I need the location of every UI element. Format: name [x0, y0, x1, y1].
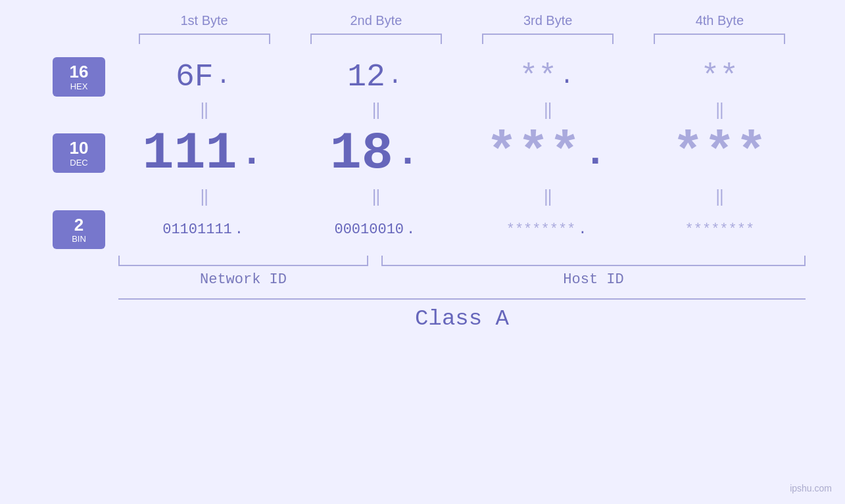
hex-dot3: . — [560, 63, 574, 90]
eq1-b2: ‖ — [310, 101, 442, 120]
bin-b3-cell: ******** . — [482, 221, 614, 238]
bin-b2-cell: 00010010 . — [310, 221, 442, 238]
hex-b4-cell: ** — [654, 59, 785, 95]
bin-row: 2 BIN 01101111 . 00010010 . ******** . *… — [39, 210, 806, 250]
bin-b1-cell: 01101111 . — [139, 221, 270, 238]
dec-values: 111 . 18 . *** . *** — [118, 124, 806, 183]
eq2-b1: ‖ — [139, 187, 270, 206]
hex-b3-cell: ** . — [482, 59, 614, 95]
class-outer-bracket — [118, 298, 806, 300]
bin-label-base: BIN — [60, 234, 97, 244]
bin-dot3: . — [578, 221, 587, 238]
dec-label-box: 10 DEC — [53, 133, 105, 173]
hex-b2: 12 — [347, 59, 385, 95]
watermark: ipshu.com — [790, 483, 832, 493]
byte-headers-row: 1st Byte 2nd Byte 3rd Byte 4th Byte — [39, 13, 806, 28]
dec-b1-cell: 111 . — [139, 124, 270, 183]
bin-dot1: . — [235, 221, 243, 238]
eq2-b3: ‖ — [482, 187, 614, 206]
dec-b2: 18 — [330, 124, 393, 183]
network-bracket — [118, 256, 368, 266]
bin-b4: ******** — [685, 221, 755, 238]
hex-values: 6F . 12 . ** . ** — [118, 59, 806, 95]
bin-label-num: 2 — [60, 216, 97, 235]
dec-label-base: DEC — [60, 158, 97, 168]
main-container: 1st Byte 2nd Byte 3rd Byte 4th Byte 16 H… — [0, 0, 845, 504]
hex-b4: ** — [701, 59, 739, 95]
byte1-header: 1st Byte — [139, 13, 270, 28]
hex-label-num: 16 — [60, 62, 97, 81]
dec-b3-cell: *** . — [482, 124, 614, 183]
hex-dot2: . — [388, 63, 402, 90]
byte2-header: 2nd Byte — [310, 13, 442, 28]
hex-dot1: . — [216, 63, 231, 90]
eq-sym-3: ‖ — [543, 101, 552, 120]
hex-b1-cell: 6F . — [139, 59, 270, 95]
eq1-b4: ‖ — [654, 101, 785, 120]
network-id-label: Network ID — [118, 271, 368, 288]
bin-values: 01101111 . 00010010 . ******** . *******… — [118, 221, 806, 238]
bin-b2: 00010010 — [334, 221, 404, 238]
id-labels: Network ID Host ID — [118, 271, 806, 288]
dec-b2-cell: 18 . — [310, 124, 442, 183]
bin-label: 2 BIN — [39, 210, 118, 250]
host-bracket — [381, 256, 806, 266]
dec-label: 10 DEC — [39, 133, 118, 173]
eq-sym-7: ‖ — [543, 187, 552, 206]
class-label: Class A — [118, 306, 806, 331]
hex-b1: 6F — [176, 59, 214, 95]
eq1-b3: ‖ — [482, 101, 614, 120]
dec-dot1: . — [240, 131, 264, 175]
dec-b3: *** — [486, 124, 581, 183]
bin-label-box: 2 BIN — [53, 210, 105, 250]
bracket-byte2 — [310, 34, 442, 44]
equals-row-2: ‖ ‖ ‖ ‖ — [39, 187, 806, 206]
bin-b4-cell: ******** — [654, 221, 785, 238]
eq-sym-1: ‖ — [199, 101, 208, 120]
eq-sym-5: ‖ — [199, 187, 208, 206]
top-brackets — [39, 34, 806, 44]
bracket-byte3 — [482, 34, 614, 44]
hex-label-box: 16 HEX — [53, 57, 105, 97]
host-id-label: Host ID — [381, 271, 806, 288]
eq2-b2: ‖ — [310, 187, 442, 206]
dec-dot3: . — [583, 131, 607, 175]
equals-row-1: ‖ ‖ ‖ ‖ — [39, 101, 806, 120]
dec-dot2: . — [396, 131, 420, 175]
hex-label: 16 HEX — [39, 57, 118, 97]
dec-b4-cell: *** — [654, 124, 785, 183]
hex-label-base: HEX — [60, 81, 97, 91]
eq2-b4: ‖ — [654, 187, 785, 206]
class-row: Class A — [39, 298, 806, 331]
eq-sym-4: ‖ — [715, 101, 724, 120]
eq-sym-2: ‖ — [372, 101, 381, 120]
bin-b1: 01101111 — [162, 221, 232, 238]
dec-row: 10 DEC 111 . 18 . *** . *** — [39, 124, 806, 183]
byte4-header: 4th Byte — [654, 13, 785, 28]
hex-row: 16 HEX 6F . 12 . ** . ** — [39, 57, 806, 97]
eq1-b1: ‖ — [139, 101, 270, 120]
eq-sym-8: ‖ — [715, 187, 724, 206]
bin-b3: ******** — [506, 221, 576, 238]
bottom-section: Network ID Host ID — [39, 256, 806, 288]
bracket-byte4 — [654, 34, 785, 44]
hex-b3: ** — [519, 59, 558, 95]
hex-b2-cell: 12 . — [310, 59, 442, 95]
bracket-byte1 — [139, 34, 270, 44]
dec-b4: *** — [672, 124, 767, 183]
byte3-header: 3rd Byte — [482, 13, 614, 28]
dec-b1: 111 — [143, 124, 237, 183]
dec-label-num: 10 — [60, 139, 97, 158]
bin-dot2: . — [406, 221, 415, 238]
bottom-brackets — [118, 256, 806, 266]
eq-sym-6: ‖ — [372, 187, 381, 206]
